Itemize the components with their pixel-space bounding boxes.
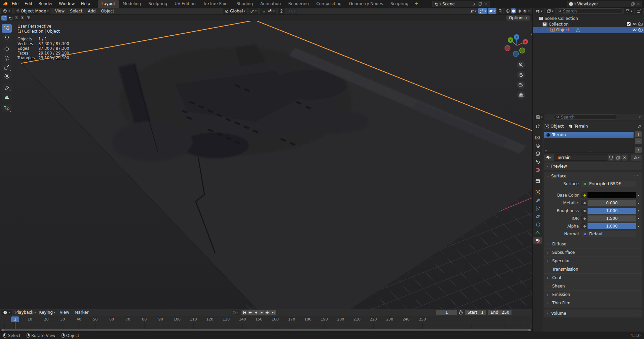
playback-menu[interactable]: Playback ▾ xyxy=(14,310,38,315)
properties-options-chevron[interactable]: ▾ xyxy=(637,115,643,119)
menu-select[interactable]: Select xyxy=(67,9,85,13)
ior-value-field[interactable]: 1.500 xyxy=(588,215,636,222)
mode-selector[interactable]: Object Mode ▾ xyxy=(14,8,50,14)
surface-panel-header[interactable]: ⌄ Surface :::: xyxy=(544,173,642,179)
object-visibility-selector[interactable]: ▾ xyxy=(469,8,478,14)
new-view-layer-icon[interactable] xyxy=(631,2,635,6)
disable-render-camera-icon[interactable] xyxy=(638,22,643,26)
outliner-search[interactable]: Search xyxy=(556,8,623,13)
breadcrumb-object[interactable]: Object xyxy=(551,124,564,129)
hide-eye-icon[interactable] xyxy=(632,22,637,26)
tab-render[interactable] xyxy=(533,134,542,141)
subpanel-diffuse[interactable]: ›Diffuse xyxy=(544,240,642,248)
hide-eye-icon[interactable] xyxy=(632,28,637,32)
jump-to-end-button[interactable] xyxy=(270,310,276,315)
shading-solid-button[interactable] xyxy=(511,8,516,13)
material-slot-active[interactable]: Terrain xyxy=(544,132,634,138)
keying-menu[interactable]: Keying ▾ xyxy=(38,310,57,315)
surface-node-field[interactable]: Principled BSDF xyxy=(581,181,636,187)
unlink-material-button[interactable]: × xyxy=(621,155,628,161)
play-reverse-button[interactable] xyxy=(253,310,259,315)
tab-particles[interactable] xyxy=(533,205,542,212)
play-button[interactable] xyxy=(259,310,264,315)
shading-material-preview-button[interactable] xyxy=(517,8,522,13)
tab-scripting[interactable]: Scripting xyxy=(387,0,412,8)
timeline-collapse-arrow[interactable]: ‹ xyxy=(530,324,532,328)
axis-orientation-gizmo[interactable]: Z Y X xyxy=(503,30,530,57)
end-frame-field[interactable]: End 250 xyxy=(488,310,512,315)
menu-view[interactable]: View xyxy=(52,9,67,13)
viewport-canvas[interactable]: User Perspective (1) Collection | Object… xyxy=(0,21,532,309)
properties-search[interactable]: Search xyxy=(554,114,617,120)
pan-hand-button[interactable] xyxy=(517,71,525,79)
socket-color-button[interactable] xyxy=(581,192,588,198)
stopwatch-icon[interactable] xyxy=(459,310,463,315)
volume-panel-header[interactable]: › Volume :::: xyxy=(544,310,642,317)
preview-panel-header[interactable]: › Preview :::: xyxy=(544,163,642,170)
proportional-editing-button[interactable] xyxy=(278,8,285,14)
node-tree-filter-button[interactable]: ▾ xyxy=(631,155,642,161)
remove-slot-button[interactable]: − xyxy=(635,138,642,144)
tab-scene[interactable] xyxy=(533,158,542,165)
add-slot-button[interactable]: + xyxy=(635,131,642,137)
alpha-slider[interactable]: 1.000 xyxy=(588,223,636,229)
outliner-filter-button[interactable]: ▾ xyxy=(624,8,634,14)
options-button[interactable]: Options ▾ xyxy=(506,15,530,21)
decorator-dot[interactable]: • xyxy=(636,209,641,213)
outliner-display-mode-button[interactable]: ▾ xyxy=(545,8,555,14)
new-collection-button[interactable] xyxy=(635,8,643,14)
tab-layout[interactable]: Layout xyxy=(98,0,119,8)
tool-annotate[interactable] xyxy=(2,83,12,92)
copy-material-button[interactable] xyxy=(615,155,621,161)
blender-logo-icon[interactable] xyxy=(2,2,9,6)
tab-tool[interactable] xyxy=(533,123,542,130)
outliner-row-collection[interactable]: ⌄ Collection xyxy=(533,21,644,27)
breadcrumb-material[interactable]: Terrain xyxy=(574,124,588,129)
unpin-icon[interactable] xyxy=(472,2,477,6)
pin-icon[interactable] xyxy=(638,124,642,128)
subpanel-transmission[interactable]: ›Transmission xyxy=(544,265,642,273)
outliner-row-object[interactable]: › Object xyxy=(533,27,644,33)
shading-rendered-button[interactable] xyxy=(522,8,527,13)
zoom-button[interactable] xyxy=(517,61,525,69)
subpanel-specular[interactable]: ›Specular xyxy=(544,257,642,265)
checkbox-icon[interactable] xyxy=(627,22,631,26)
browse-material-button[interactable]: ▾ xyxy=(544,155,554,161)
tab-geometry-nodes[interactable]: Geometry Nodes xyxy=(345,0,387,8)
base-color-swatch[interactable] xyxy=(588,192,636,198)
material-slot-list[interactable]: Terrain ▸ :::: xyxy=(544,131,634,153)
scene-selector[interactable]: ▾ Scene × xyxy=(432,1,490,7)
subpanel-emission[interactable]: ›Emission xyxy=(544,290,642,299)
outliner-row-scene-collection[interactable]: Scene Collection xyxy=(533,15,644,21)
remove-view-layer-button[interactable]: × xyxy=(636,2,641,6)
tool-measure[interactable] xyxy=(2,93,12,101)
snap-magnet-icon[interactable] xyxy=(261,9,266,13)
tab-object[interactable] xyxy=(533,189,542,196)
shading-wireframe-button[interactable] xyxy=(505,8,510,13)
toggle-xray-button[interactable] xyxy=(497,8,503,14)
add-workspace-button[interactable]: + xyxy=(412,0,421,8)
menu-window[interactable]: Window xyxy=(56,0,78,8)
decorator-dot[interactable]: • xyxy=(636,194,641,197)
material-name-field[interactable]: Terrain xyxy=(555,155,607,161)
tab-output[interactable] xyxy=(533,142,542,149)
timeline-editor-type-button[interactable]: ▾ xyxy=(1,310,12,315)
tool-scale[interactable] xyxy=(2,63,12,71)
decorator-dot[interactable]: • xyxy=(636,225,641,228)
decorator-dot[interactable]: • xyxy=(636,201,641,205)
resize-grip-icon[interactable]: :::: xyxy=(588,149,592,152)
tab-compositing[interactable]: Compositing xyxy=(312,0,345,8)
camera-view-button[interactable] xyxy=(517,81,525,89)
menu-object[interactable]: Object xyxy=(98,9,117,13)
new-scene-icon[interactable] xyxy=(478,2,483,6)
pivot-point-selector[interactable]: ▾ xyxy=(249,8,259,14)
select-mode-extend-button[interactable] xyxy=(7,15,13,21)
auto-keying-button[interactable]: ▾ xyxy=(231,310,240,315)
current-frame-badge[interactable]: 1 xyxy=(11,316,19,322)
subpanel-coat[interactable]: ›Coat xyxy=(544,273,642,282)
menu-edit[interactable]: Edit xyxy=(22,0,35,8)
timeline-ruler[interactable]: 1 10203040506070809010011012013014015016… xyxy=(0,316,532,323)
fake-user-shield-button[interactable] xyxy=(608,155,614,161)
tool-add-cube[interactable] xyxy=(2,104,12,112)
menu-add[interactable]: Add xyxy=(85,9,98,13)
